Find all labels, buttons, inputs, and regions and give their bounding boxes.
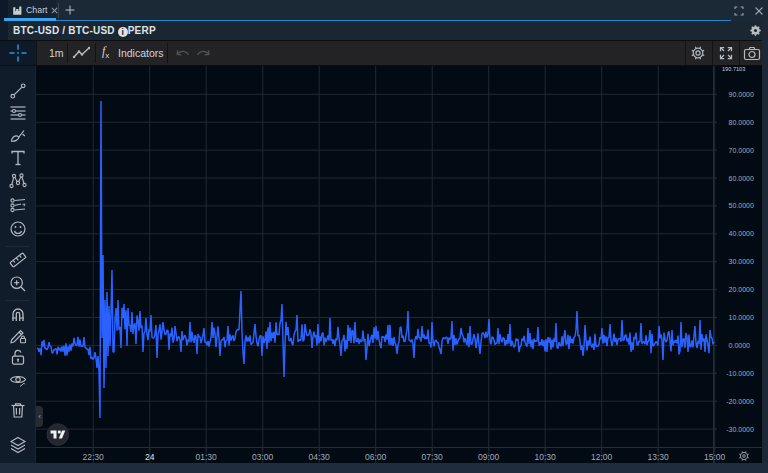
svg-text:50.0000: 50.0000 — [729, 202, 754, 209]
svg-text:03:00: 03:00 — [252, 452, 274, 462]
svg-text:24: 24 — [145, 452, 155, 462]
svg-text:20.0000: 20.0000 — [729, 286, 754, 293]
svg-text:06:00: 06:00 — [365, 452, 387, 462]
svg-text:09:00: 09:00 — [478, 452, 500, 462]
svg-text:10:30: 10:30 — [535, 452, 557, 462]
svg-text:10.0000: 10.0000 — [729, 314, 754, 321]
svg-text:04:30: 04:30 — [309, 452, 331, 462]
svg-text:22:30: 22:30 — [83, 452, 105, 462]
svg-text:12:00: 12:00 — [591, 452, 613, 462]
svg-text:-30.0000: -30.0000 — [726, 426, 754, 433]
svg-text:90.0000: 90.0000 — [729, 91, 754, 98]
svg-text:-10.0000: -10.0000 — [726, 370, 754, 377]
svg-text:190.7103: 190.7103 — [722, 66, 745, 72]
svg-text:-20.0000: -20.0000 — [726, 398, 754, 405]
svg-text:13:30: 13:30 — [648, 452, 670, 462]
svg-text:0.0000: 0.0000 — [729, 342, 751, 349]
svg-text:15:00: 15:00 — [704, 452, 726, 462]
svg-text:40.0000: 40.0000 — [729, 230, 754, 237]
svg-text:70.0000: 70.0000 — [729, 147, 754, 154]
svg-text:01:30: 01:30 — [196, 452, 218, 462]
svg-text:80.0000: 80.0000 — [729, 119, 754, 126]
svg-text:30.0000: 30.0000 — [729, 258, 754, 265]
svg-text:60.0000: 60.0000 — [729, 175, 754, 182]
svg-text:07:30: 07:30 — [422, 452, 444, 462]
